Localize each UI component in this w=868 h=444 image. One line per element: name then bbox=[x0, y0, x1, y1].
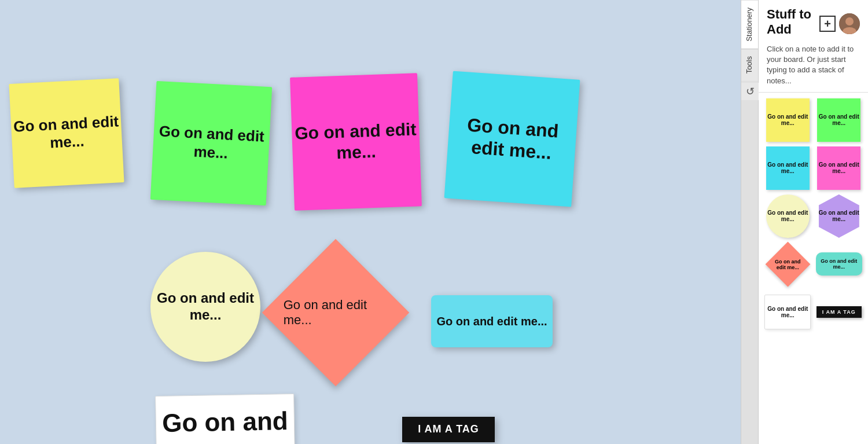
stationery-cyan-square[interactable]: Go on and edit me... bbox=[764, 146, 811, 190]
sidebar-header: Stuff to Add + Click on a note to add it… bbox=[759, 0, 868, 93]
stationery-note: Go on and edit me... bbox=[816, 252, 862, 276]
note-text: Go on and edit me... bbox=[436, 314, 547, 328]
vertical-tabs-panel: Stationery Tools ↺ bbox=[741, 0, 759, 444]
add-note-button[interactable]: + bbox=[819, 16, 836, 32]
stationery-note: Go on and edit me... bbox=[764, 295, 811, 329]
canvas-note-partial[interactable]: Go on and bbox=[155, 394, 296, 444]
note-text: Go on and edit me... bbox=[292, 119, 420, 165]
stationery-purple-hexagon[interactable]: Go on and edit me... bbox=[816, 195, 863, 238]
canvas-note-yellow[interactable]: Go on and edit me... bbox=[9, 78, 124, 188]
note-text: I AM A TAG bbox=[418, 423, 479, 436]
sidebar: Stationery Tools ↺ Stuff to Add + bbox=[741, 0, 868, 444]
canvas-note-pink[interactable]: Go on and edit me... bbox=[290, 73, 422, 211]
stationery-note: Go on and edit me... bbox=[819, 195, 859, 238]
stationery-green-square[interactable]: Go on and edit me... bbox=[816, 98, 863, 142]
note-text: Go on and edit me... bbox=[153, 122, 270, 164]
stationery-note: Go on and edit me... bbox=[765, 241, 810, 287]
canvas-note-cyan[interactable]: Go on and edit me... bbox=[444, 71, 580, 207]
canvas-note-green[interactable]: Go on and edit me... bbox=[150, 81, 272, 206]
stationery-note: Go on and edit me... bbox=[817, 146, 860, 190]
stationery-note: Go on and edit me... bbox=[766, 146, 810, 190]
tab-stationery[interactable]: Stationery bbox=[741, 0, 758, 49]
canvas-note-circle[interactable]: Go on and edit me... bbox=[150, 252, 260, 362]
canvas-note-diamond[interactable]: Go on and edit me... bbox=[262, 239, 410, 387]
canvas-note-teal[interactable]: Go on and edit me... bbox=[431, 295, 553, 347]
stationery-cream-circle[interactable]: Go on and edit me... bbox=[764, 195, 811, 238]
stationery-black-tag[interactable]: I AM A TAG bbox=[816, 291, 863, 334]
stationery-note: I AM A TAG bbox=[816, 306, 862, 318]
stationery-salmon-diamond[interactable]: Go on and edit me... bbox=[764, 243, 811, 286]
avatar bbox=[839, 13, 860, 34]
canvas-board[interactable]: Go on and edit me... Go on and edit me..… bbox=[0, 0, 741, 444]
note-text: Go on and edit me... bbox=[447, 112, 578, 166]
stationery-white-card[interactable]: Go on and edit me... bbox=[764, 291, 811, 334]
stationery-teal-rounded[interactable]: Go on and edit me... bbox=[816, 243, 863, 286]
sidebar-title: Stuff to Add bbox=[767, 7, 814, 37]
stationery-note: Go on and edit me... bbox=[817, 98, 860, 142]
canvas-tag[interactable]: I AM A TAG bbox=[402, 417, 495, 442]
svg-point-1 bbox=[845, 17, 854, 25]
sidebar-header-text: Stuff to Add + Click on a note to add it… bbox=[767, 7, 860, 86]
stationery-note: Go on and edit me... bbox=[766, 195, 810, 238]
tab-tools[interactable]: Tools bbox=[741, 49, 758, 80]
stationery-grid: Go on and edit me... Go on and edit me..… bbox=[759, 93, 868, 340]
note-text: Go on and edit me... bbox=[150, 290, 260, 324]
note-text: Go on and edit me... bbox=[284, 298, 388, 328]
note-text: Go on and edit me... bbox=[10, 112, 122, 154]
stationery-yellow-square[interactable]: Go on and edit me... bbox=[764, 98, 811, 142]
stationery-note: Go on and edit me... bbox=[766, 98, 810, 142]
undo-button[interactable]: ↺ bbox=[741, 83, 759, 100]
sidebar-description: Click on a note to add it to your board.… bbox=[767, 44, 860, 86]
sidebar-content-panel: Stuff to Add + Click on a note to add it… bbox=[759, 0, 868, 444]
note-text: Go on and bbox=[162, 406, 288, 439]
stationery-pink-square[interactable]: Go on and edit me... bbox=[816, 146, 863, 190]
